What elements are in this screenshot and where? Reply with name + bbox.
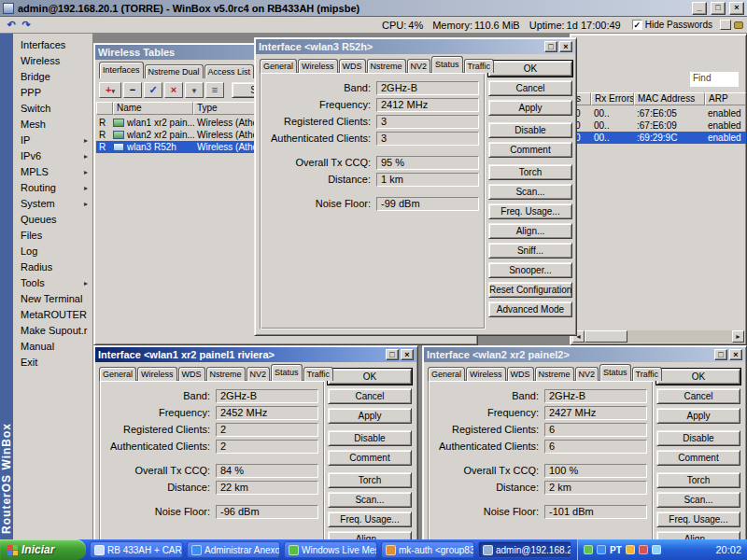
sidebar-item-interfaces[interactable]: Interfaces bbox=[13, 37, 92, 53]
reset-configuration-button[interactable]: Reset Configuration bbox=[488, 282, 572, 298]
horizontal-scrollbar[interactable]: ◄ ► bbox=[572, 330, 744, 343]
sidebar-item-mesh[interactable]: Mesh bbox=[13, 117, 92, 133]
comment-button[interactable]: Comment bbox=[328, 450, 412, 466]
snooper-button[interactable]: Snooper... bbox=[488, 262, 572, 278]
scrollbar-thumb[interactable] bbox=[585, 330, 627, 343]
close-button[interactable]: × bbox=[401, 349, 414, 360]
sidebar-item-radius[interactable]: Radius bbox=[13, 259, 92, 275]
tab-wireless[interactable]: Wireless bbox=[466, 367, 506, 381]
maximize-button[interactable]: □ bbox=[386, 349, 399, 360]
column-header-name[interactable]: Name bbox=[113, 102, 193, 115]
column-header-arp[interactable]: ARP bbox=[705, 92, 746, 105]
undo-icon[interactable]: ↶ bbox=[4, 19, 19, 31]
minimize-button[interactable]: _ bbox=[692, 2, 707, 15]
registration-row[interactable]: 0 00.. :67:E6:05 enabled bbox=[572, 107, 746, 119]
tab-traffic[interactable]: Traffic bbox=[632, 367, 663, 381]
sidebar-item-system[interactable]: System▸ bbox=[13, 196, 92, 212]
taskbar-task-winbox[interactable]: admin@192.168.2... bbox=[478, 541, 571, 558]
freq-usage-button[interactable]: Freq. Usage... bbox=[656, 511, 740, 527]
updates-tray-icon[interactable] bbox=[626, 545, 635, 554]
tab-nstreme[interactable]: Nstreme bbox=[206, 367, 246, 381]
sidebar-item-ipv6[interactable]: IPv6▸ bbox=[13, 148, 92, 164]
tab-nv2[interactable]: NV2 bbox=[407, 59, 431, 73]
cancel-button[interactable]: Cancel bbox=[328, 388, 412, 404]
window-titlebar[interactable]: Interface <wlan2 xr2 painel2> □ × bbox=[424, 347, 745, 362]
remove-button[interactable]: − bbox=[123, 82, 142, 98]
tab-general[interactable]: General bbox=[260, 59, 297, 73]
freq-usage-button[interactable]: Freq. Usage... bbox=[488, 203, 572, 219]
taskbar-task-mkauth[interactable]: mk-auth <group83... bbox=[381, 541, 474, 558]
torch-button[interactable]: Torch bbox=[656, 472, 740, 488]
tab-wds[interactable]: WDS bbox=[339, 59, 366, 73]
hide-passwords-checkbox[interactable]: ✓ bbox=[632, 20, 642, 30]
freq-usage-button[interactable]: Freq. Usage... bbox=[328, 511, 412, 527]
tab-general[interactable]: General bbox=[99, 367, 136, 381]
sidebar-item-bridge[interactable]: Bridge bbox=[13, 69, 92, 85]
find-input[interactable]: Find bbox=[690, 72, 739, 87]
tab-traffic[interactable]: Traffic bbox=[303, 367, 334, 381]
filter-icon[interactable]: ▼ bbox=[185, 82, 204, 98]
ok-button[interactable]: OK bbox=[328, 369, 412, 385]
comment-button[interactable]: Comment bbox=[488, 142, 572, 158]
align-button[interactable]: Align... bbox=[488, 223, 572, 239]
start-button[interactable]: Iniciar bbox=[0, 539, 86, 560]
sidebar-item-log[interactable]: Log bbox=[13, 244, 92, 259]
disable-button[interactable]: Disable bbox=[488, 122, 572, 138]
maximize-button[interactable]: □ bbox=[711, 2, 726, 15]
sidebar-item-manual[interactable]: Manual bbox=[13, 339, 92, 355]
language-indicator[interactable]: PT bbox=[610, 545, 622, 555]
cancel-button[interactable]: Cancel bbox=[488, 80, 572, 96]
tab-wireless[interactable]: Wireless bbox=[137, 367, 177, 381]
sidebar-item-queues[interactable]: Queues bbox=[13, 212, 92, 228]
sidebar-item-routing[interactable]: Routing▸ bbox=[13, 180, 92, 196]
tab-wireless[interactable]: Wireless bbox=[298, 59, 338, 73]
safe-mode-icon[interactable] bbox=[720, 20, 731, 30]
column-header-flags[interactable] bbox=[96, 102, 113, 115]
cancel-button[interactable]: Cancel bbox=[656, 388, 740, 404]
tab-status[interactable]: Status bbox=[431, 56, 463, 73]
taskbar-task-administrar[interactable]: Administrar Anexos... bbox=[187, 541, 280, 558]
tab-access-list[interactable]: Access List bbox=[204, 64, 255, 78]
add-button[interactable]: +▾ bbox=[99, 82, 121, 98]
sidebar-item-metarouter[interactable]: MetaROUTER bbox=[13, 307, 92, 323]
column-header-rx-errors[interactable]: Rx Errors bbox=[591, 92, 634, 105]
tab-wds[interactable]: WDS bbox=[507, 367, 534, 381]
window-titlebar[interactable]: Interface <wlan3 R52h> □ × bbox=[256, 39, 575, 54]
tab-nstreme[interactable]: Nstreme bbox=[535, 367, 574, 381]
network-tray-icon[interactable] bbox=[597, 545, 606, 554]
scan-button[interactable]: Scan... bbox=[328, 492, 412, 508]
taskbar-task-rb433ah[interactable]: RB 433AH + CART... bbox=[90, 541, 183, 558]
tab-nv2[interactable]: NV2 bbox=[575, 367, 599, 381]
sidebar-item-new-terminal[interactable]: New Terminal bbox=[13, 291, 92, 307]
close-button[interactable]: × bbox=[729, 2, 744, 15]
sidebar-item-switch[interactable]: Switch bbox=[13, 101, 92, 117]
sniff-button[interactable]: Sniff... bbox=[488, 243, 572, 259]
app-titlebar[interactable]: admin@192.168.20.1 (TORRE) - WinBox v5.0… bbox=[0, 0, 747, 17]
registration-row-selected[interactable]: 0 00.. :69:29:9C enabled bbox=[572, 132, 746, 144]
sidebar-item-wireless[interactable]: Wireless bbox=[13, 53, 92, 69]
ok-button[interactable]: OK bbox=[488, 61, 572, 77]
sidebar-item-exit[interactable]: Exit bbox=[13, 355, 92, 371]
comment-button[interactable]: Comment bbox=[656, 450, 740, 466]
advanced-mode-button[interactable]: Advanced Mode bbox=[488, 301, 572, 317]
disable-button[interactable]: Disable bbox=[328, 430, 412, 446]
column-header-mac-address[interactable]: MAC Address bbox=[634, 92, 705, 105]
maximize-button[interactable]: □ bbox=[714, 349, 727, 360]
tab-nstreme-dual[interactable]: Nstreme Dual bbox=[145, 64, 204, 78]
taskbar-task-messenger[interactable]: Windows Live Mes... bbox=[284, 541, 377, 558]
volume-tray-icon[interactable] bbox=[652, 545, 661, 554]
security-tray-icon[interactable] bbox=[639, 545, 648, 554]
torch-button[interactable]: Torch bbox=[328, 472, 412, 488]
redo-icon[interactable]: ↷ bbox=[19, 19, 34, 31]
find-icon[interactable]: ≡ bbox=[205, 82, 224, 98]
tab-status[interactable]: Status bbox=[599, 364, 631, 381]
sidebar-item-mpls[interactable]: MPLS▸ bbox=[13, 164, 92, 180]
sidebar-item-make-supout[interactable]: Make Supout.rif bbox=[13, 323, 92, 339]
torch-button[interactable]: Torch bbox=[488, 164, 572, 180]
apply-button[interactable]: Apply bbox=[656, 408, 740, 424]
close-button[interactable]: × bbox=[559, 41, 572, 52]
sidebar-item-files[interactable]: Files bbox=[13, 228, 92, 244]
ok-button[interactable]: OK bbox=[656, 369, 740, 385]
tab-wds[interactable]: WDS bbox=[178, 367, 205, 381]
tab-nstreme[interactable]: Nstreme bbox=[367, 59, 406, 73]
